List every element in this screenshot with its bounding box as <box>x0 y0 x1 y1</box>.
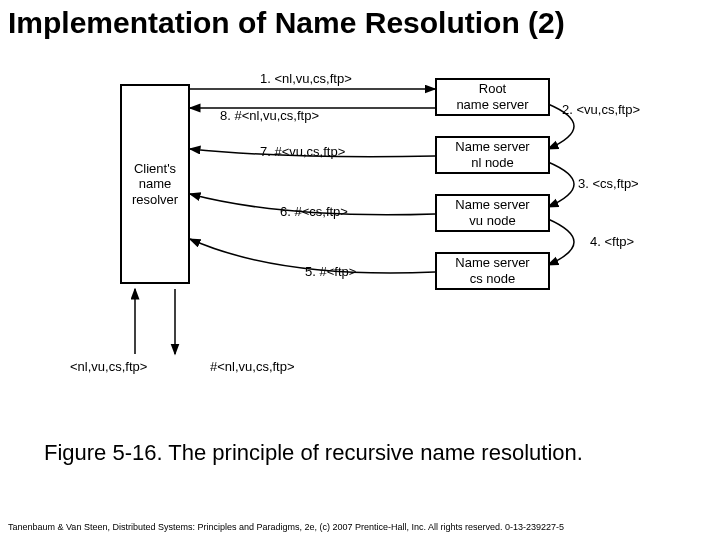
label-bottom-in: <nl,vu,cs,ftp> <box>70 359 147 374</box>
label-edge-6: 6. #<cs,ftp> <box>280 204 348 219</box>
box-vu: Name server vu node <box>435 194 550 232</box>
label-edge-5: 5. #<ftp> <box>305 264 356 279</box>
box-client: Client's name resolver <box>120 84 190 284</box>
label-edge-2: 2. <vu,cs,ftp> <box>562 102 640 117</box>
label-bottom-out: #<nl,vu,cs,ftp> <box>210 359 295 374</box>
box-cs: Name server cs node <box>435 252 550 290</box>
copyright-footer: Tanenbaum & Van Steen, Distributed Syste… <box>8 522 564 532</box>
label-edge-7: 7. #<vu,cs,ftp> <box>260 144 345 159</box>
box-root: Root name server <box>435 78 550 116</box>
diagram: Client's name resolver Root name server … <box>80 64 640 394</box>
page-title: Implementation of Name Resolution (2) <box>0 0 720 46</box>
figure-caption: Figure 5-16. The principle of recursive … <box>44 440 583 466</box>
label-edge-4: 4. <ftp> <box>590 234 634 249</box>
label-edge-8: 8. #<nl,vu,cs,ftp> <box>220 108 319 123</box>
box-nl: Name server nl node <box>435 136 550 174</box>
label-edge-3: 3. <cs,ftp> <box>578 176 639 191</box>
label-edge-1: 1. <nl,vu,cs,ftp> <box>260 71 352 86</box>
